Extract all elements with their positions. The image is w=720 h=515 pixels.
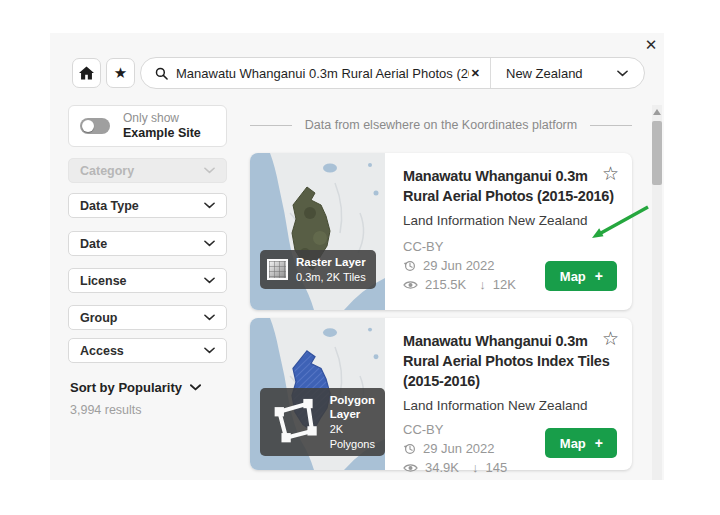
- add-to-map-button[interactable]: Map+: [545, 261, 617, 291]
- layer-type-badge: Raster Layer 0.3m, 2K Tiles: [260, 250, 376, 289]
- date-updated: 29 Jun 2022: [423, 441, 495, 456]
- views-count: 34.9K: [425, 460, 459, 475]
- filter-date[interactable]: Date: [68, 231, 227, 256]
- history-clock-icon: [403, 442, 416, 455]
- divider-line: [250, 125, 292, 126]
- home-button[interactable]: [72, 58, 101, 88]
- search-icon: [155, 67, 168, 80]
- downloads-count: 12K: [493, 277, 516, 292]
- chevron-down-icon: [204, 347, 215, 354]
- filter-category: Category: [68, 158, 227, 183]
- views-count: 215.5K: [425, 277, 466, 292]
- stats-row: 34.9K ↓ 145: [403, 460, 616, 475]
- chevron-down-icon: [204, 202, 215, 209]
- search-query-text: Manawatu Whanganui 0.3m Rural Aerial Pho…: [176, 66, 469, 81]
- publisher-name: Land Information New Zealand: [403, 213, 616, 228]
- layer-thumbnail-map[interactable]: Polygon Layer 2K Polygons: [250, 318, 385, 470]
- chevron-down-icon: [204, 277, 215, 284]
- badge-title: Polygon Layer: [330, 393, 375, 423]
- badge-subtitle: 2K Polygons: [330, 422, 375, 451]
- layer-title[interactable]: Manawatu Whanganui 0.3m Rural Aerial Pho…: [403, 166, 616, 206]
- plus-icon: +: [595, 435, 603, 451]
- downloads-arrow-icon: ↓: [479, 277, 486, 292]
- layer-type-badge: Polygon Layer 2K Polygons: [260, 388, 385, 456]
- filter-license-label: License: [80, 274, 127, 288]
- example-site-toggle-card: Only show Example Site: [68, 105, 227, 147]
- history-clock-icon: [403, 259, 416, 272]
- publisher-name: Land Information New Zealand: [403, 398, 616, 413]
- downloads-arrow-icon: ↓: [472, 460, 479, 475]
- filter-data-type[interactable]: Data Type: [68, 193, 227, 218]
- filter-group[interactable]: Group: [68, 305, 227, 330]
- chevron-down-icon: [204, 167, 215, 174]
- sort-by-label: Sort by Popularity: [70, 380, 182, 395]
- filter-group-label: Group: [80, 311, 118, 325]
- chevron-down-icon: [190, 384, 201, 391]
- downloads-count: 145: [485, 460, 507, 475]
- plus-icon: +: [595, 268, 603, 284]
- toggle-label-2: Example Site: [123, 126, 201, 142]
- starred-button[interactable]: ★: [106, 58, 135, 88]
- divider-line: [590, 125, 632, 126]
- results-count: 3,994 results: [70, 403, 142, 417]
- chevron-down-icon: [204, 240, 215, 247]
- sort-by-dropdown[interactable]: Sort by Popularity: [70, 380, 201, 395]
- toggle-label-1: Only show: [123, 111, 201, 126]
- filter-license[interactable]: License: [68, 268, 227, 293]
- views-eye-icon: [403, 280, 418, 290]
- layer-title[interactable]: Manawatu Whanganui 0.3m Rural Aerial Pho…: [403, 331, 616, 391]
- badge-subtitle: 0.3m, 2K Tiles: [296, 270, 366, 284]
- divider-label: Data from elsewhere on the Koordinates p…: [305, 118, 577, 132]
- example-site-toggle[interactable]: [80, 118, 110, 134]
- scrollbar-up-arrow[interactable]: [653, 109, 661, 115]
- filter-category-label: Category: [80, 164, 134, 178]
- chevron-down-icon: [204, 314, 215, 321]
- toggle-knob: [82, 120, 94, 132]
- region-selector-value: New Zealand: [506, 66, 617, 81]
- favorite-star-icon[interactable]: ☆: [602, 164, 619, 183]
- filter-data-type-label: Data Type: [80, 199, 139, 213]
- search-bar: Manawatu Whanganui 0.3m Rural Aerial Pho…: [140, 57, 645, 89]
- polygon-layer-icon: [267, 394, 322, 449]
- badge-title: Raster Layer: [296, 255, 366, 270]
- search-input[interactable]: Manawatu Whanganui 0.3m Rural Aerial Pho…: [141, 58, 490, 88]
- date-updated: 29 Jun 2022: [423, 258, 495, 273]
- clear-search-icon[interactable]: ✕: [471, 67, 480, 80]
- raster-layer-icon: [267, 259, 288, 280]
- views-eye-icon: [403, 463, 418, 473]
- section-divider: Data from elsewhere on the Koordinates p…: [250, 118, 632, 132]
- search-modal: ✕ ★ Manawatu Whanganui 0.3m Rural Aerial…: [50, 33, 664, 480]
- screen: ✕ ★ Manawatu Whanganui 0.3m Rural Aerial…: [0, 0, 720, 515]
- add-to-map-button[interactable]: Map+: [545, 428, 617, 458]
- home-icon: [79, 66, 94, 80]
- region-selector[interactable]: New Zealand: [491, 58, 644, 88]
- star-icon: ★: [114, 64, 127, 82]
- result-card-raster: Raster Layer 0.3m, 2K Tiles Manawatu Wha…: [250, 153, 632, 310]
- chevron-down-icon: [617, 70, 628, 77]
- license-label: CC-BY: [403, 239, 616, 254]
- result-card-polygon: Polygon Layer 2K Polygons Manawatu Whang…: [250, 318, 632, 470]
- favorite-star-icon[interactable]: ☆: [602, 329, 619, 348]
- filter-date-label: Date: [80, 237, 107, 251]
- layer-thumbnail-map[interactable]: Raster Layer 0.3m, 2K Tiles: [250, 153, 385, 310]
- close-icon[interactable]: ✕: [641, 35, 661, 55]
- scrollbar-thumb[interactable]: [652, 121, 662, 185]
- filter-access[interactable]: Access: [68, 338, 227, 363]
- filter-access-label: Access: [80, 344, 124, 358]
